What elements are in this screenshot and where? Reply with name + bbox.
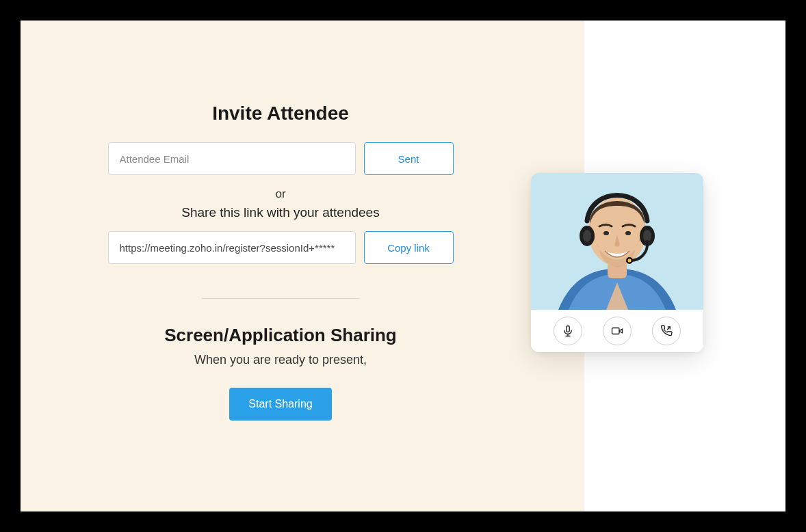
svg-rect-16 [612, 328, 620, 334]
share-link-display[interactable]: https://meeting.zoho.in/register?session… [108, 231, 356, 264]
section-divider [202, 298, 359, 299]
start-sharing-button[interactable]: Start Sharing [229, 388, 331, 421]
svg-point-5 [603, 231, 609, 235]
participant-video [531, 173, 703, 310]
link-row: https://meeting.zoho.in/register?session… [96, 231, 465, 264]
sharing-subtitle: When you are ready to present, [96, 353, 465, 367]
camera-button[interactable] [603, 317, 632, 345]
phone-button[interactable] [652, 317, 681, 345]
share-link-text: https://meeting.zoho.in/register?session… [120, 242, 335, 254]
camera-icon [610, 325, 624, 337]
microphone-button[interactable] [554, 317, 582, 345]
svg-point-12 [628, 259, 632, 263]
main-panel: Invite Attendee Sent or Share this link … [21, 21, 584, 511]
svg-point-9 [583, 230, 591, 242]
phone-icon [660, 325, 673, 337]
email-row: Sent [96, 142, 465, 175]
svg-rect-13 [567, 326, 570, 332]
app-canvas: Invite Attendee Sent or Share this link … [21, 21, 785, 511]
sent-button[interactable]: Sent [364, 142, 454, 175]
copy-link-button[interactable]: Copy link [364, 231, 454, 264]
svg-point-6 [625, 231, 631, 235]
invite-title: Invite Attendee [96, 103, 465, 124]
attendee-email-input[interactable] [108, 142, 356, 175]
share-instruction: Share this link with your attendees [96, 205, 465, 220]
sharing-title: Screen/Application Sharing [96, 325, 465, 346]
video-controls [531, 310, 703, 352]
invite-section: Invite Attendee Sent or Share this link … [96, 103, 465, 421]
video-preview-tile [531, 173, 703, 352]
or-label: or [96, 187, 465, 201]
microphone-icon [562, 325, 574, 337]
